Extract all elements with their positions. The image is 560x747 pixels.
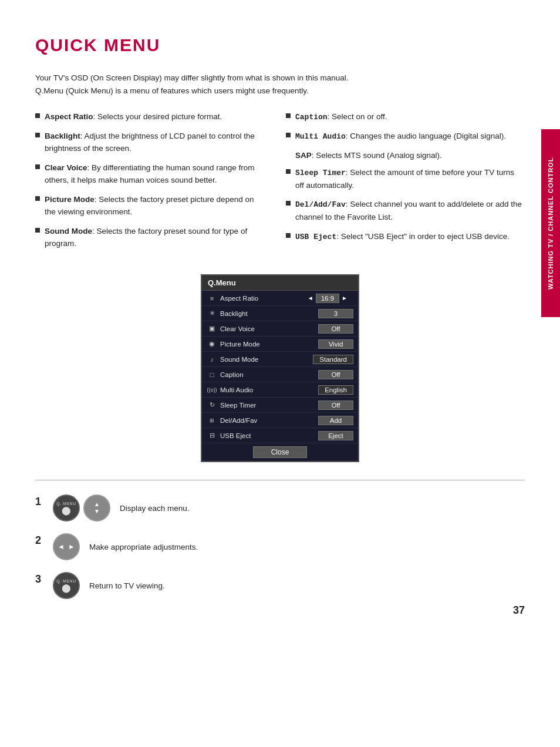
aspect-ratio-value: 16:9 xyxy=(316,294,339,303)
qmenu-row-backlight[interactable]: ✳ Backlight 3 xyxy=(202,306,358,321)
bullet-icon xyxy=(286,133,291,137)
bullet-sleep-timer: Sleep Timer: Select the amount of time b… xyxy=(286,167,525,191)
qmenu-value-aspect-ratio: ◄ 16:9 ► xyxy=(302,293,353,304)
bullet-icon xyxy=(286,201,291,206)
qmenu-row-caption[interactable]: □ Caption Off xyxy=(202,367,358,382)
usb-eject-icon: ⊟ xyxy=(207,432,217,439)
step-3-icons: Q. MENU ⬤ xyxy=(53,572,80,599)
bullet-label: Sleep Timer xyxy=(295,169,346,177)
bullet-icon xyxy=(35,113,40,118)
intro-line2: Q.Menu (Quick Menu) is a menu of feature… xyxy=(35,85,525,97)
q-menu-label-1: Q. MENU xyxy=(56,502,76,506)
intro-block: Your TV's OSD (On Screen Display) may di… xyxy=(35,72,525,97)
bullet-icon xyxy=(35,164,40,169)
bullet-label: Backlight xyxy=(45,132,80,140)
q-menu-button-3[interactable]: Q. MENU ⬤ xyxy=(53,572,80,599)
step-1-text: Display each menu. xyxy=(120,504,190,513)
qmenu-label-usb-eject: USB Eject xyxy=(220,432,318,439)
bullet-icon xyxy=(286,233,291,238)
picture-mode-icon: ◉ xyxy=(207,340,217,348)
qmenu-box: Q.Menu ≡ Aspect Ratio ◄ 16:9 ► ✳ Backlig… xyxy=(201,274,359,462)
bullet-label: Clear Voice xyxy=(45,163,87,172)
page-number: 37 xyxy=(513,604,525,617)
sleep-timer-icon: ↻ xyxy=(207,401,217,409)
bullet-clear-voice: Clear Voice: By differentiating the huma… xyxy=(35,162,262,187)
qmenu-value-caption: Off xyxy=(318,370,353,379)
q-menu-icon-1: ⬤ xyxy=(62,506,71,515)
qmenu-row-sound-mode[interactable]: ♪ Sound Mode Standard xyxy=(202,352,358,367)
qmenu-label-sleep-timer: Sleep Timer xyxy=(220,402,318,409)
nav-lr-button[interactable]: ◄ ► xyxy=(53,533,80,560)
qmenu-value-usb-eject: Eject xyxy=(318,431,353,440)
step-1-icons: Q. MENU ⬤ ▲ ▼ xyxy=(53,494,110,521)
step-2: 2 ◄ ► Make appropriate adjustments. xyxy=(35,533,525,560)
bullet-desc: : Select "USB Eject" in order to eject U… xyxy=(336,232,510,241)
bullet-icon xyxy=(35,196,40,201)
qmenu-close-button[interactable]: Close xyxy=(253,446,308,458)
qmenu-row-aspect-ratio[interactable]: ≡ Aspect Ratio ◄ 16:9 ► xyxy=(202,291,358,306)
qmenu-value-picture-mode: Vivid xyxy=(318,339,353,349)
bullet-label: Aspect Ratio xyxy=(45,112,93,121)
bullet-label: Multi Audio xyxy=(295,132,346,141)
qmenu-row-del-add-fav[interactable]: ⊞ Del/Add/Fav Add xyxy=(202,413,358,428)
step-2-number: 2 xyxy=(35,534,43,547)
clear-voice-icon: ▣ xyxy=(207,325,217,332)
arrow-left-nav-icon: ◄ xyxy=(58,543,65,551)
step-2-icons: ◄ ► xyxy=(53,533,80,560)
sap-line: SAP: Selects MTS sound (Analog signal). xyxy=(295,150,525,162)
arrow-up-icon: ▲ xyxy=(94,502,100,507)
bullet-icon xyxy=(35,228,40,233)
bullets-section: Aspect Ratio: Selects your desired pictu… xyxy=(35,111,525,257)
bullet-label: Caption xyxy=(295,113,328,122)
qmenu-label-backlight: Backlight xyxy=(220,310,318,317)
bullet-icon xyxy=(286,113,291,118)
bullet-del-add-fav: Del/Add/Fav: Select channel you want to … xyxy=(286,198,525,223)
qmenu-row-multi-audio[interactable]: ((o)) Multi Audio English xyxy=(202,382,358,398)
qmenu-title: Q.Menu xyxy=(202,275,358,291)
qmenu-label-del-add-fav: Del/Add/Fav xyxy=(220,417,318,424)
bullet-aspect-ratio: Aspect Ratio: Selects your desired pictu… xyxy=(35,111,262,123)
bullet-label: Sound Mode xyxy=(45,227,92,235)
qmenu-wrapper: Q.Menu ≡ Aspect Ratio ◄ 16:9 ► ✳ Backlig… xyxy=(35,274,525,462)
bullet-caption: Caption: Select on or off. xyxy=(286,111,525,123)
arrow-left-icon: ◄ xyxy=(308,295,313,301)
q-menu-button-1[interactable]: Q. MENU ⬤ xyxy=(53,494,80,521)
bullet-label: Picture Mode xyxy=(45,195,95,204)
qmenu-close-row: Close xyxy=(202,443,358,461)
qmenu-label-aspect-ratio: Aspect Ratio xyxy=(220,295,302,302)
bullet-icon xyxy=(286,169,291,174)
caption-icon: □ xyxy=(207,371,217,378)
qmenu-row-sleep-timer[interactable]: ↻ Sleep Timer Off xyxy=(202,398,358,413)
section-divider xyxy=(35,480,525,480)
qmenu-value-sleep-timer: Off xyxy=(318,401,353,410)
q-menu-label-3: Q. MENU xyxy=(56,579,76,583)
bullets-right: Caption: Select on or off. Multi Audio: … xyxy=(280,111,525,257)
bullet-sound-mode: Sound Mode: Selects the factory preset s… xyxy=(35,226,262,250)
bullet-desc: : Selects your desired picture format. xyxy=(93,112,222,121)
del-add-fav-icon: ⊞ xyxy=(207,418,217,423)
qmenu-value-clear-voice: Off xyxy=(318,324,353,334)
qmenu-row-clear-voice[interactable]: ▣ Clear Voice Off xyxy=(202,321,358,337)
page-title: QUICK MENU xyxy=(35,35,525,55)
qmenu-value-backlight: 3 xyxy=(318,309,353,318)
bullet-label: USB Eject xyxy=(295,233,336,241)
bullet-multi-audio: Multi Audio: Changes the audio language … xyxy=(286,130,525,143)
aspect-ratio-icon: ≡ xyxy=(207,295,217,302)
step-3: 3 Q. MENU ⬤ Return to TV viewing. xyxy=(35,572,525,599)
qmenu-row-usb-eject[interactable]: ⊟ USB Eject Eject xyxy=(202,428,358,443)
bullet-desc: : Changes the audio language (Digital si… xyxy=(346,132,506,140)
arrow-right-icon: ► xyxy=(342,295,348,301)
bullet-usb-eject: USB Eject: Select "USB Eject" in order t… xyxy=(286,231,525,243)
qmenu-label-caption: Caption xyxy=(220,371,318,378)
steps-section: 1 Q. MENU ⬤ ▲ ▼ Display each menu. 2 xyxy=(35,494,525,599)
step-3-text: Return to TV viewing. xyxy=(89,581,165,590)
arrow-down-icon: ▼ xyxy=(94,509,100,514)
bullet-label: Del/Add/Fav xyxy=(295,200,346,209)
nav-updown-button-1[interactable]: ▲ ▼ xyxy=(83,494,110,521)
step-3-number: 3 xyxy=(35,573,43,586)
qmenu-label-sound-mode: Sound Mode xyxy=(220,356,313,363)
backlight-icon: ✳ xyxy=(207,309,217,317)
qmenu-value-multi-audio: English xyxy=(318,385,353,395)
qmenu-value-del-add-fav: Add xyxy=(318,416,353,425)
qmenu-row-picture-mode[interactable]: ◉ Picture Mode Vivid xyxy=(202,337,358,352)
